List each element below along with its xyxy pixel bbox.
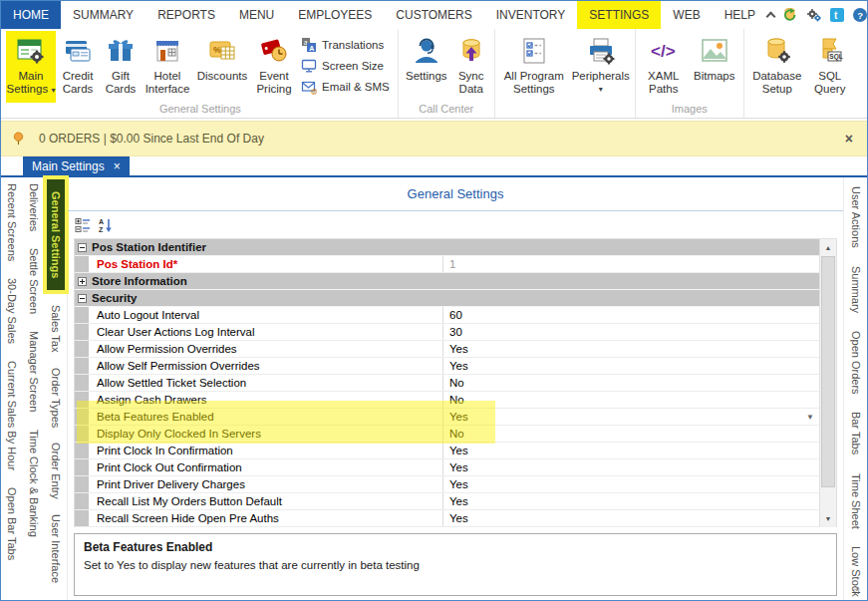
splitter-collapse-icon[interactable]: ◁	[852, 585, 859, 595]
menu-menu[interactable]: MENU	[227, 1, 286, 29]
tab-time-clock-banking[interactable]: Time Clock & Banking	[28, 430, 40, 537]
sql-query-button[interactable]: SQL SQL Query	[807, 31, 853, 103]
tab-user-interface[interactable]: User Interface	[50, 514, 62, 583]
scroll-down-icon[interactable]: ▼	[820, 511, 836, 526]
all-program-settings-button[interactable]: All Program Settings	[498, 31, 570, 103]
row-print-driver-delivery-charges[interactable]: Print Driver Delivery Charges Yes	[75, 476, 836, 493]
tab-order-types[interactable]: Order Types	[50, 368, 62, 428]
category-store-information[interactable]: Store Information	[75, 273, 836, 290]
menu-help[interactable]: HELP	[713, 1, 767, 29]
property-value[interactable]: No	[443, 394, 819, 406]
tab-open-orders[interactable]: Open Orders	[850, 331, 862, 395]
category-security[interactable]: Security	[75, 290, 836, 307]
property-value[interactable]: 1	[443, 258, 819, 270]
tab-bar-tabs[interactable]: Bar Tabs	[850, 412, 862, 454]
collapse-icon[interactable]	[78, 294, 87, 303]
property-value[interactable]: Yes	[443, 445, 819, 456]
sort-az-icon[interactable]: AZ	[98, 217, 114, 233]
categorize-icon[interactable]	[75, 217, 91, 233]
menu-customers[interactable]: CUSTOMERS	[384, 1, 483, 29]
help-icon[interactable]: ?	[852, 7, 868, 23]
tab-30-day-sales[interactable]: 30-Day Sales	[6, 278, 18, 344]
row-allow-self-permission-overrides[interactable]: Allow Self Permission Overrides Yes	[75, 358, 836, 375]
row-gutter	[75, 375, 89, 391]
tab-manager-screen[interactable]: Manager Screen	[28, 331, 40, 412]
database-refresh-icon[interactable]	[781, 6, 799, 24]
row-recall-screen-hide-open-pre-auths[interactable]: Recall Screen Hide Open Pre Auths Yes	[75, 510, 836, 527]
menu-summary[interactable]: SUMMARY	[61, 1, 145, 29]
tab-main-settings[interactable]: Main Settings ×	[23, 156, 130, 175]
xaml-paths-button[interactable]: </> XAML Paths	[639, 31, 689, 103]
property-value[interactable]: Yes	[443, 343, 819, 355]
scroll-up-icon[interactable]: ▲	[820, 240, 836, 255]
twitter-icon[interactable]: t	[829, 7, 845, 23]
main-settings-button[interactable]: Main Settings ▾	[6, 31, 56, 103]
credit-cards-button[interactable]: Credit Cards	[56, 31, 100, 103]
tab-sales-tax[interactable]: Sales Tax	[50, 305, 62, 353]
property-value[interactable]: Yes	[443, 495, 819, 507]
tab-close-icon[interactable]: ×	[114, 159, 121, 173]
row-assign-cash-drawers[interactable]: Assign Cash Drawers No	[75, 392, 836, 409]
peripherals-button[interactable]: Peripherals ▾	[570, 31, 632, 103]
row-gutter	[75, 341, 89, 357]
property-value[interactable]: 30	[443, 326, 819, 338]
tab-user-actions[interactable]: User Actions	[850, 186, 862, 248]
tab-open-bar-tabs[interactable]: Open Bar Tabs	[6, 487, 18, 560]
menu-home[interactable]: HOME	[1, 1, 61, 29]
collapse-icon[interactable]	[78, 243, 87, 252]
sql-query-label: SQL Query	[807, 70, 853, 96]
gift-cards-button[interactable]: Gift Cards	[100, 31, 142, 103]
tab-summary-right[interactable]: Summary	[850, 266, 862, 313]
row-auto-logout-interval[interactable]: Auto Logout Interval 60	[75, 307, 836, 324]
discounts-button[interactable]: % Discounts	[193, 31, 251, 103]
property-value[interactable]: Yes	[443, 461, 819, 473]
tab-time-sheet[interactable]: Time Sheet	[850, 473, 862, 529]
row-pos-station-id[interactable]: Pos Station Id* 1	[75, 256, 836, 273]
menu-inventory[interactable]: INVENTORY	[484, 1, 578, 29]
row-allow-settled-ticket-selection[interactable]: Allow Settled Ticket Selection No	[75, 375, 836, 392]
menu-employees[interactable]: EMPLOYEES	[286, 1, 384, 29]
grid-scrollbar[interactable]: ▲ ▼	[819, 239, 836, 527]
bitmaps-button[interactable]: Bitmaps	[689, 31, 740, 103]
row-gutter	[75, 358, 89, 374]
tab-current-sales-by-hour[interactable]: Current Sales By Hour	[6, 361, 18, 470]
row-allow-permission-overrides[interactable]: Allow Permission Overrides Yes	[75, 341, 836, 358]
property-value[interactable]: No	[443, 428, 819, 440]
row-clear-user-actions-log-interval[interactable]: Clear User Actions Log Interval 30	[75, 324, 836, 341]
property-value[interactable]: 60	[443, 309, 819, 321]
tab-general-settings[interactable]: General Settings	[47, 179, 65, 290]
property-value[interactable]: Yes	[443, 512, 819, 524]
sync-data-button[interactable]: Sync Data	[451, 31, 491, 103]
menu-settings[interactable]: SETTINGS	[577, 1, 661, 29]
gears-icon[interactable]	[806, 7, 822, 23]
expand-icon[interactable]	[78, 277, 87, 286]
tab-settle-screen[interactable]: Settle Screen	[28, 248, 40, 314]
database-setup-button[interactable]: Database Setup	[747, 31, 807, 103]
row-print-clock-in-confirmation[interactable]: Print Clock In Confirmation Yes	[75, 443, 836, 459]
combo-dropdown-icon[interactable]: ▼	[806, 413, 814, 422]
notification-close-icon[interactable]: ×	[841, 131, 857, 147]
row-beta-features-enabled[interactable]: Beta Features Enabled Yes ▼	[75, 409, 836, 426]
translations-button[interactable]: aA Translations	[301, 37, 390, 53]
property-value[interactable]: No	[443, 377, 819, 389]
row-recall-list-my-orders-button-default[interactable]: Recall List My Orders Button Default Yes	[75, 493, 836, 510]
tab-deliveries[interactable]: Deliveries	[28, 183, 40, 231]
category-label: Store Information	[92, 275, 187, 287]
property-value[interactable]: Yes	[443, 478, 819, 490]
tab-recent-screens[interactable]: Recent Screens	[6, 183, 18, 261]
call-center-settings-button[interactable]: Settings	[402, 31, 451, 103]
email-sms-button[interactable]: @ Email & SMS	[301, 79, 390, 95]
property-value[interactable]: Yes	[449, 411, 468, 423]
hotel-interface-button[interactable]: Hotel Interface	[142, 31, 193, 103]
row-print-clock-out-confirmation[interactable]: Print Clock Out Confirmation Yes	[75, 459, 836, 476]
category-pos-station-identifier[interactable]: Pos Station Identifier	[75, 239, 836, 256]
menu-reports[interactable]: REPORTS	[145, 1, 227, 29]
property-value[interactable]: Yes	[443, 360, 819, 372]
collapse-ribbon-chevron-icon[interactable]	[766, 12, 776, 22]
menu-web[interactable]: WEB	[661, 1, 712, 29]
event-pricing-button[interactable]: Event Pricing	[251, 31, 297, 103]
tab-order-entry[interactable]: Order Entry	[50, 443, 62, 499]
screen-size-button[interactable]: Screen Size	[301, 58, 390, 74]
scrollbar-thumb[interactable]	[821, 256, 835, 487]
row-display-only-clocked-in-servers[interactable]: Display Only Clocked In Servers No	[75, 426, 836, 443]
